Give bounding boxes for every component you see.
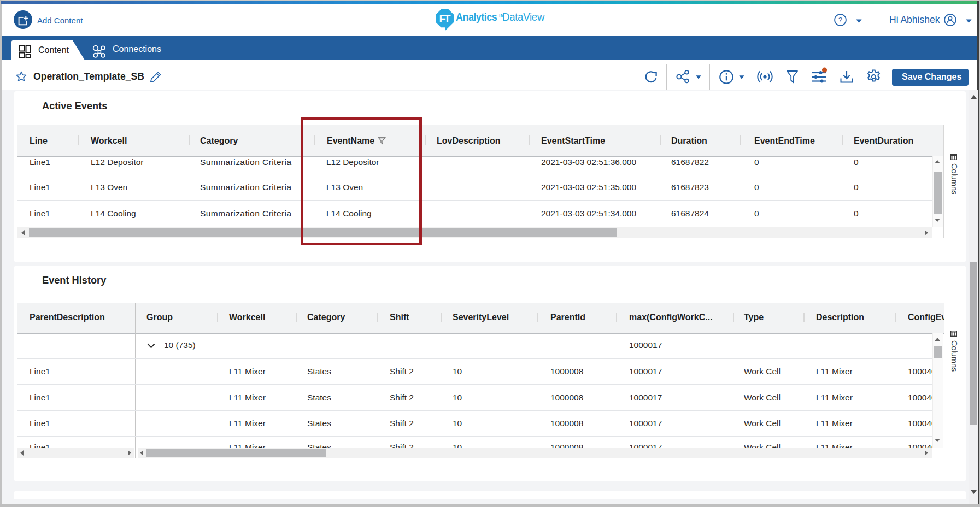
svg-text:FT: FT: [439, 13, 450, 25]
svg-text:?: ?: [838, 16, 843, 24]
